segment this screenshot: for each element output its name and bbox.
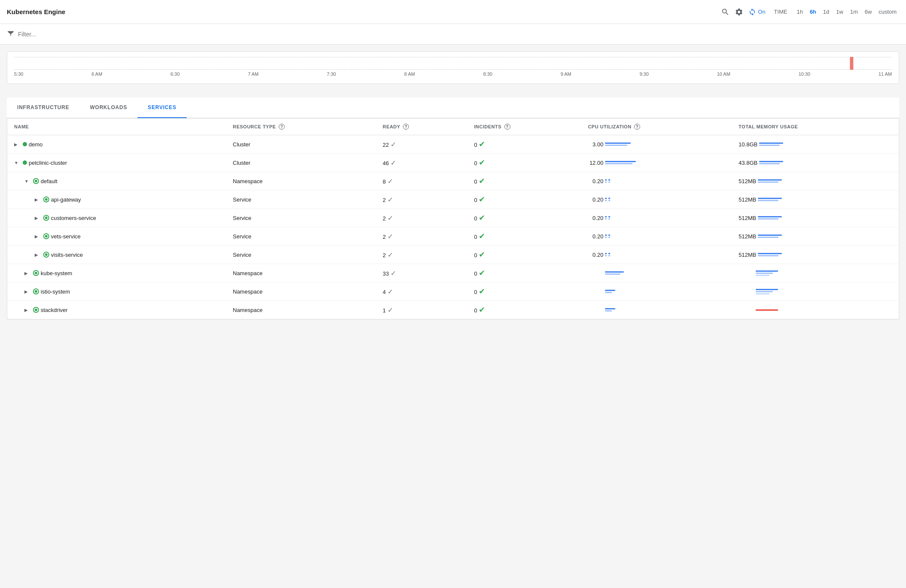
ready-help-icon[interactable]: ? <box>403 124 409 130</box>
col-memory: TOTAL MEMORY USAGE <box>732 119 899 135</box>
incidents-cell: 0 ✔ <box>467 301 581 319</box>
row-name[interactable]: petclinic-cluster <box>29 160 67 166</box>
filter-icon <box>7 30 15 39</box>
table-row: ▶ istio-system Namespace4 ✓0 ✔ <box>7 282 899 301</box>
search-icon[interactable] <box>721 8 730 16</box>
cpu-bar <box>605 288 639 294</box>
time-1d[interactable]: 1d <box>820 8 831 16</box>
expand-button[interactable]: ▶ <box>35 197 42 202</box>
tab-infrastructure[interactable]: INFRASTRUCTURE <box>7 98 80 118</box>
memory-cell <box>732 301 899 319</box>
cpu-bar <box>605 160 639 166</box>
memory-cell: 512MB <box>732 209 899 227</box>
ready-cell: 46 ✓ <box>376 154 467 172</box>
table-row: ▶ customers-service Service2 ✓0 ✔ 0.20 5… <box>7 209 899 227</box>
expand-button[interactable]: ▶ <box>35 216 42 220</box>
cpu-bar <box>605 178 639 184</box>
time-custom[interactable]: custom <box>876 8 899 16</box>
expand-button[interactable]: ▶ <box>35 234 42 239</box>
row-name[interactable]: istio-system <box>41 288 70 295</box>
memory-cell: 10.8GB <box>732 135 899 154</box>
cpu-bar <box>605 196 639 202</box>
time-6h[interactable]: 6h <box>807 8 819 16</box>
cpu-bar <box>605 233 639 239</box>
gear-icon[interactable] <box>735 8 743 16</box>
incidents-cell: 0 ✔ <box>467 282 581 301</box>
expand-button[interactable]: ▶ <box>35 252 42 257</box>
cpu-cell: 0.20 <box>581 172 732 190</box>
cpu-help-icon[interactable]: ? <box>634 124 640 130</box>
timeline-bar <box>14 57 892 70</box>
time-1m[interactable]: 1m <box>847 8 860 16</box>
incidents-cell: 0 ✔ <box>467 135 581 154</box>
timeline-card: 5:30 6 AM 6:30 7 AM 7:30 8 AM 8:30 9 AM … <box>7 51 899 84</box>
cpu-cell: 0.20 <box>581 227 732 246</box>
resource-type-cell: Cluster <box>226 135 376 154</box>
memory-bar <box>759 141 793 147</box>
memory-cell <box>732 264 899 282</box>
expand-button[interactable]: ▼ <box>24 179 31 184</box>
time-1w[interactable]: 1w <box>834 8 846 16</box>
status-ring <box>33 178 39 184</box>
cpu-value: 0.20 <box>588 196 603 203</box>
memory-cell <box>732 282 899 301</box>
time-options: 1h 6h 1d 1w 1m 6w custom <box>794 8 899 16</box>
cpu-bar <box>605 141 639 147</box>
memory-value: 512MB <box>739 196 756 203</box>
expand-button[interactable]: ▶ <box>14 142 21 147</box>
filter-input[interactable] <box>18 31 104 38</box>
status-ring <box>33 307 39 313</box>
row-name[interactable]: vets-service <box>51 233 80 240</box>
incidents-cell: 0 ✔ <box>467 172 581 190</box>
memory-bar <box>756 307 790 313</box>
ready-cell: 2 ✓ <box>376 209 467 227</box>
memory-bar <box>758 233 792 239</box>
refresh-button[interactable]: On <box>748 8 765 16</box>
ready-cell: 22 ✓ <box>376 135 467 154</box>
row-name[interactable]: kube-system <box>41 270 72 276</box>
tab-workloads[interactable]: WORKLOADS <box>80 98 137 118</box>
row-name[interactable]: stackdriver <box>41 307 68 313</box>
ready-cell: 2 ✓ <box>376 227 467 246</box>
memory-bar <box>756 270 790 276</box>
ready-cell: 8 ✓ <box>376 172 467 190</box>
timeline-section: 5:30 6 AM 6:30 7 AM 7:30 8 AM 8:30 9 AM … <box>0 45 906 91</box>
time-1h[interactable]: 1h <box>794 8 805 16</box>
expand-button[interactable]: ▶ <box>24 308 31 312</box>
memory-cell: 512MB <box>732 246 899 264</box>
status-dot <box>23 142 27 146</box>
header: Kubernetes Engine On TIME 1h 6h 1d 1w 1m… <box>0 0 906 24</box>
memory-cell: 512MB <box>732 190 899 209</box>
cpu-value: 12.00 <box>588 160 603 166</box>
ready-cell: 33 ✓ <box>376 264 467 282</box>
status-ring <box>33 270 39 276</box>
cpu-value: 0.20 <box>588 233 603 240</box>
cpu-cell <box>581 264 732 282</box>
data-table: NAME RESOURCE TYPE ? READY ? INCIDENTS ?… <box>7 118 899 320</box>
memory-bar <box>759 160 793 166</box>
tab-services[interactable]: SERVICES <box>137 98 187 118</box>
resource-type-help-icon[interactable]: ? <box>279 124 285 130</box>
table-header: NAME RESOURCE TYPE ? READY ? INCIDENTS ?… <box>7 119 899 135</box>
memory-value: 512MB <box>739 215 756 221</box>
table-row: ▶ api-gateway Service2 ✓0 ✔ 0.20 512MB <box>7 190 899 209</box>
row-name[interactable]: default <box>41 178 57 184</box>
incidents-cell: 0 ✔ <box>467 246 581 264</box>
row-name[interactable]: customers-service <box>51 215 96 221</box>
cpu-value: 0.20 <box>588 178 603 184</box>
table-row: ▼ petclinic-cluster Cluster46 ✓0 ✔ 12.00… <box>7 154 899 172</box>
col-cpu: CPU UTILIZATION ? <box>581 119 732 135</box>
incidents-cell: 0 ✔ <box>467 227 581 246</box>
time-6w[interactable]: 6w <box>862 8 874 16</box>
expand-button[interactable]: ▼ <box>14 160 21 165</box>
row-name[interactable]: visits-service <box>51 252 83 258</box>
expand-button[interactable]: ▶ <box>24 289 31 294</box>
memory-bar <box>758 215 792 221</box>
expand-button[interactable]: ▶ <box>24 271 31 276</box>
cpu-cell: 0.20 <box>581 246 732 264</box>
row-name[interactable]: api-gateway <box>51 196 81 203</box>
row-name[interactable]: demo <box>29 141 43 148</box>
filter-bar <box>0 24 906 45</box>
incidents-help-icon[interactable]: ? <box>504 124 510 130</box>
col-ready: READY ? <box>376 119 467 135</box>
